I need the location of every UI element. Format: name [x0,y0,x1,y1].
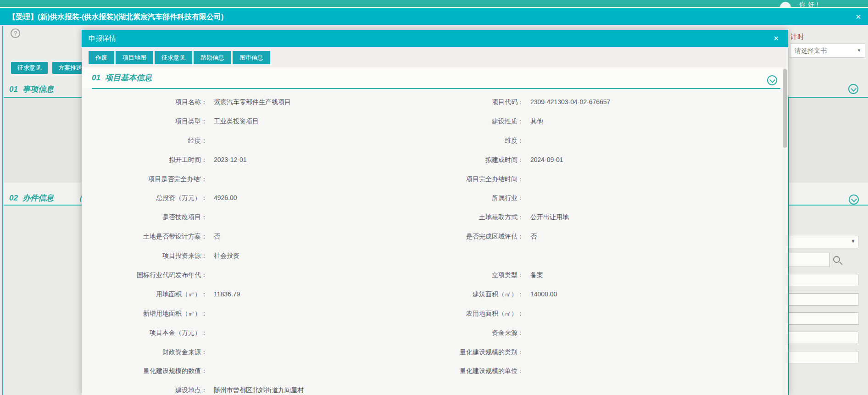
field-value: 2023-12-01 [214,156,247,164]
field-pair: 项目类型：工业类投资项目 [82,117,435,126]
field-label: 量化建设规模的类别： [435,348,524,356]
section-number: 01 [92,73,100,82]
form-row: 量化建设规模的数值：量化建设规模的单位： [82,362,783,381]
chevron-down-icon[interactable] [849,195,859,205]
form-row: 项目投资来源：社会投资 [82,246,783,266]
field-pair: 资金来源： [435,329,770,337]
field-value: 工业类投资项目 [214,117,259,126]
caret-down-icon: ▼ [857,44,861,57]
field-label: 拟建成时间： [435,156,524,164]
modal-header: 申报详情 ✕ [82,30,788,47]
field-label: 农用地面积（㎡）： [435,310,524,318]
form-row: 土地是否带设计方案：否是否完成区域评估：否 [82,227,783,246]
field-value: 否 [214,233,220,241]
modal-close-icon[interactable]: ✕ [771,30,781,47]
section-number: 01 [9,85,18,94]
form-row: 经度：维度： [82,131,783,150]
modal-tab-bar: 作废项目地图征求意见踏勘信息图审信息 [82,47,788,67]
field-pair: 量化建设规模的单位： [435,367,770,375]
chevron-down-icon[interactable] [848,84,858,94]
field-label: 量化建设规模的单位： [435,367,524,375]
field-label: 所属行业： [435,194,524,202]
field-label: 用地面积（㎡）： [92,290,207,299]
field-pair: 项目代码：2309-421303-04-02-676657 [435,98,770,106]
window-close-icon[interactable]: ✕ [853,8,863,25]
field-pair: 用地面积（㎡）：11836.79 [82,290,435,299]
field-label: 量化建设规模的数值： [92,367,207,375]
field-pair: 维度： [435,137,770,145]
user-avatar[interactable] [780,2,791,7]
field-value: 社会投资 [214,252,239,260]
consult-opinion-button[interactable]: 征求意见 [11,62,48,74]
section-title: 办件信息 [22,194,54,202]
right-panel-input-2[interactable] [789,312,858,325]
form-row: 拟开工时间：2023-12-01拟建成时间：2024-09-01 [82,150,783,170]
caret-down-icon: ▼ [851,235,855,248]
chevron-down-icon[interactable] [767,75,777,85]
right-panel-input-4[interactable] [789,351,858,363]
field-pair: 土地获取方式：公开出让用地 [435,213,770,222]
field-label: 国标行业代码发布年代： [92,271,207,279]
form-row: 总投资（万元）：4926.00所属行业： [82,189,783,208]
form-row: 项目本金（万元）：资金来源： [82,323,783,343]
field-label: 维度： [435,137,524,145]
help-icon[interactable]: ? [11,28,20,38]
field-pair: 是否完成区域评估：否 [435,233,770,241]
field-value: 随州市曾都区北郊街道九间屋村 [214,386,304,395]
project-basic-info-title: 01项目基本信息 [92,72,152,83]
top-status-strip: 你好! [0,0,868,7]
field-pair: 建筑面积（㎡）：14000.00 [435,290,770,299]
form-row: 项目是否完全办结'：项目完全办结时间： [82,170,783,189]
search-icon[interactable] [833,256,840,263]
form-row: 新增用地面积（㎡）：农用地面积（㎡）： [82,304,783,323]
field-pair: 拟建成时间：2024-09-01 [435,156,770,164]
right-panel-input-3[interactable] [789,332,858,344]
scrollbar-thumb[interactable] [783,69,787,148]
field-label: 是否技改项目： [92,213,207,222]
field-pair: 建设地点：随州市曾都区北郊街道九间屋村 [82,386,435,395]
timer-label: 计时 [790,33,804,41]
window-titlebar: 【受理】(新)供水报装-(供水报装)(湖北紫宸汽车部件科技有限公司) ✕ [0,8,868,25]
field-value: 其他 [530,117,543,126]
field-value: 紫宸汽车零部件生产线项目 [214,98,291,106]
field-label: 建设性质： [435,117,524,126]
modal-tab-3[interactable]: 踏勘信息 [194,51,231,64]
section-header-band [82,67,783,88]
field-pair: 总投资（万元）：4926.00 [82,194,435,202]
right-panel-input-0[interactable] [789,274,858,286]
field-label: 项目名称： [92,98,207,106]
form-row: 是否技改项目：土地获取方式：公开出让用地 [82,208,783,227]
field-pair: 建设性质：其他 [435,117,770,126]
field-pair: 经度： [82,137,435,145]
field-label: 建设地点： [92,386,207,395]
field-pair: 项目名称：紫宸汽车零部件生产线项目 [82,98,435,106]
field-label: 项目本金（万元）： [92,329,207,337]
field-label: 土地获取方式： [435,213,524,222]
field-label: 项目完全办结时间： [435,175,524,184]
section-matter-info-title: 01事项信息 [9,84,54,95]
field-label: 经度： [92,137,207,145]
document-select-value: 请选择文书 [795,47,827,54]
left-accent-border [2,26,3,395]
field-pair: 项目是否完全办结'： [82,175,435,184]
right-panel-search-input[interactable] [789,253,830,267]
right-panel-select[interactable]: ▼ [789,235,858,248]
section-title: 项目基本信息 [105,73,152,82]
right-panel-input-1[interactable] [789,293,858,306]
form-row: 建设地点：随州市曾都区北郊街道九间屋村 [82,381,783,395]
form-row: 项目类型：工业类投资项目建设性质：其他 [82,112,783,131]
field-pair: 量化建设规模的数值： [82,367,435,375]
field-label: 资金来源： [435,329,524,337]
form-row: 财政资金来源：量化建设规模的类别： [82,343,783,362]
modal-tab-0[interactable]: 作废 [89,51,114,64]
document-select[interactable]: 请选择文书 ▼ [790,44,865,58]
section-underline [92,88,780,89]
modal-tab-1[interactable]: 项目地图 [116,51,153,64]
field-pair: 土地是否带设计方案：否 [82,233,435,241]
field-pair: 所属行业： [435,194,770,202]
user-greeting: 你好! [799,0,821,7]
modal-tab-4[interactable]: 图审信息 [233,51,270,64]
modal-tab-2[interactable]: 征求意见 [155,51,192,64]
field-pair: 财政资金来源： [82,348,435,356]
field-label: 项目投资来源： [92,252,207,260]
